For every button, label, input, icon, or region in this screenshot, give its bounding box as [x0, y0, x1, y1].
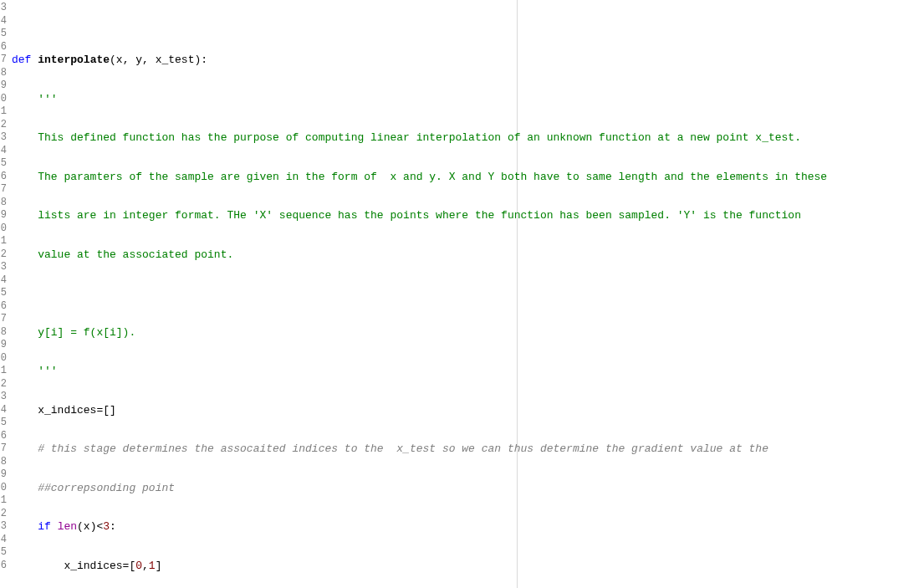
line-number: 3: [0, 2, 8, 15]
line-number: 7: [0, 442, 8, 456]
line-number: 7: [0, 54, 8, 67]
line-number: 0: [0, 222, 8, 236]
code-line[interactable]: This defined function has the purpose of…: [12, 131, 924, 145]
line-number: 2: [0, 508, 8, 521]
line-number: 2: [0, 248, 8, 262]
line-number: 0: [0, 93, 8, 106]
line-number: 6: [0, 300, 8, 314]
line-number: 3: [0, 261, 8, 274]
line-number: 3: [0, 391, 8, 404]
line-number: 0: [0, 482, 8, 495]
line-number: 5: [0, 287, 8, 300]
line-number: 7: [0, 183, 8, 197]
code-line[interactable]: [12, 287, 924, 300]
line-number: 5: [0, 157, 8, 171]
code-editor[interactable]: 3 4 5 6 7 8 9 0 1 2 3 4 5 6 7 8 9 0 1 2 …: [0, 0, 924, 588]
line-number: 9: [0, 339, 8, 352]
line-number: 7: [0, 313, 8, 326]
line-number: 2: [0, 119, 8, 132]
line-number: 9: [0, 209, 8, 222]
code-line[interactable]: ''': [12, 365, 924, 378]
code-line[interactable]: def interpolate(x, y, x_test):: [12, 54, 924, 67]
line-number: 9: [0, 79, 8, 93]
code-area[interactable]: def interpolate(x, y, x_test): ''' This …: [8, 0, 924, 588]
code-line[interactable]: # this stage determines the assocaited i…: [12, 442, 924, 456]
code-line[interactable]: x_indices=[]: [12, 404, 924, 417]
line-number: 1: [0, 105, 8, 119]
line-number: 1: [0, 365, 8, 378]
line-number: 8: [0, 67, 8, 80]
line-number: 8: [0, 456, 8, 469]
line-number: 4: [0, 404, 8, 417]
line-number: 4: [0, 145, 8, 158]
line-number: 5: [0, 28, 8, 41]
line-number: 1: [0, 235, 8, 248]
line-number-gutter: 3 4 5 6 7 8 9 0 1 2 3 4 5 6 7 8 9 0 1 2 …: [0, 0, 8, 588]
line-number: 3: [0, 131, 8, 145]
code-line[interactable]: lists are in integer format. THe 'X' seq…: [12, 209, 924, 222]
code-line[interactable]: ##correpsonding point: [12, 482, 924, 495]
code-line[interactable]: y[i] = f(x[i]).: [12, 326, 924, 340]
line-number: 2: [0, 378, 8, 391]
line-number: 4: [0, 534, 8, 547]
line-number: 9: [0, 468, 8, 482]
line-number: 8: [0, 197, 8, 210]
line-number: 6: [0, 171, 8, 184]
code-line[interactable]: value at the associated point.: [12, 248, 924, 262]
code-line[interactable]: x_indices=[0,1]: [12, 560, 924, 573]
line-number: 6: [0, 41, 8, 54]
line-number: 6: [0, 430, 8, 443]
line-number: 1: [0, 494, 8, 508]
line-number: 4: [0, 274, 8, 288]
line-number: 4: [0, 15, 8, 28]
code-line[interactable]: ''': [12, 93, 924, 106]
code-line[interactable]: The paramters of the sample are given in…: [12, 171, 924, 184]
line-number: 6: [0, 560, 8, 573]
line-number: 8: [0, 326, 8, 340]
line-number: 3: [0, 520, 8, 534]
code-line[interactable]: if len(x)<3:: [12, 520, 924, 534]
line-number: 5: [0, 546, 8, 560]
line-number: 0: [0, 352, 8, 366]
line-number: 5: [0, 417, 8, 430]
